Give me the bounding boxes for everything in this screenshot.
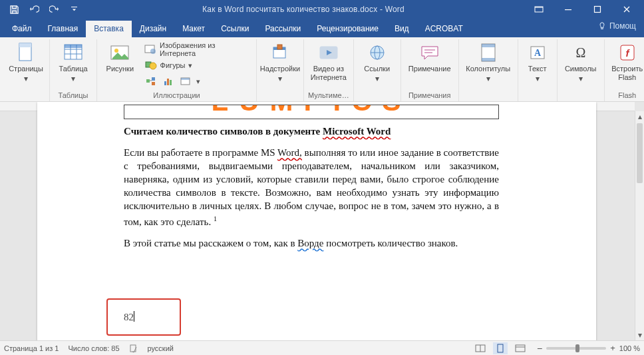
proofing-icon[interactable] [129,344,138,353]
tell-me-search[interactable]: Помощ [597,21,636,31]
svg-rect-5 [19,43,31,47]
pictures-button[interactable]: Рисунки [101,41,139,73]
chevron-down-icon: ▾ [188,61,192,70]
spellcheck-underline[interactable]: Word, [277,147,302,158]
svg-point-11 [150,49,156,54]
zoom-slider[interactable] [546,347,606,350]
text-button[interactable]: A Текст ▾ [522,41,553,83]
close-button[interactable] [612,0,641,19]
maximize-button[interactable] [583,0,612,19]
svg-rect-21 [181,78,190,80]
vertical-scrollbar[interactable]: ▴ ▾ [635,111,644,340]
tab-acrobat[interactable]: ACROBAT [417,21,471,37]
zoom-out-button[interactable]: − [537,343,542,354]
spellcheck-underline[interactable]: Microsoft Word [323,126,391,137]
embed-flash-button[interactable]: f Встроить Flash [609,41,644,82]
symbols-button[interactable]: Ω Символы ▾ [562,41,600,83]
view-buttons [473,342,528,354]
group-pages: Страницы ▾ [3,39,50,101]
read-mode-button[interactable] [473,342,488,354]
tab-layout[interactable]: Макет [174,21,213,37]
tab-file[interactable]: Файл [4,21,40,37]
online-pictures-button[interactable]: Изображения из Интернета [143,42,252,57]
zoom-slider-thumb[interactable] [575,344,579,352]
tab-references[interactable]: Ссылки [213,21,257,37]
minimize-button[interactable] [554,0,583,19]
word-count[interactable]: Число слов: 85 [68,344,119,352]
chevron-down-icon: ▾ [375,74,379,83]
tab-mailings[interactable]: Рассылки [257,21,309,37]
group-label-comments: Примечания [408,91,451,100]
qat-customize-button[interactable] [65,1,82,17]
svg-rect-38 [498,344,503,352]
group-symbols: Ω Символы ▾ [558,39,605,101]
pages-button[interactable]: Страницы ▾ [7,41,45,83]
paragraph-2[interactable]: В этой статье мы расскажем о том, как в … [124,236,499,250]
shapes-button[interactable]: Фигуры ▾ [143,58,252,73]
table-icon [63,42,84,63]
group-text: A Текст ▾ [518,39,558,101]
svg-rect-17 [164,81,166,85]
zoom-level[interactable]: 100 % [619,344,640,352]
links-button[interactable]: Ссылки ▾ [358,41,397,83]
group-label-tables: Таблицы [59,91,88,100]
chevron-down-icon: ▾ [71,74,75,83]
addins-button[interactable]: Надстройки ▾ [261,41,299,83]
textbox-icon: A [527,42,548,63]
document-body[interactable]: Считаем количество символов в документе … [124,125,499,258]
undo-button[interactable] [25,1,43,17]
svg-text:A: A [534,48,542,58]
tab-view[interactable]: Вид [387,21,417,37]
lightbulb-icon [597,21,607,31]
group-links: Ссылки ▾ [354,39,401,101]
footnote-ref[interactable]: 1 [214,215,217,222]
tell-me-placeholder: Помощ [609,21,636,31]
header-footer-button[interactable]: Колонтитулы ▾ [463,41,514,83]
svg-rect-39 [516,345,525,352]
svg-rect-14 [146,79,150,83]
tab-design[interactable]: Дизайн [132,21,174,37]
grammar-underline[interactable]: Ворде [297,238,323,248]
zoom-controls: − + 100 % [537,343,640,354]
redo-button[interactable] [45,1,63,17]
svg-rect-30 [482,58,495,61]
window-controls [524,0,641,19]
svg-rect-29 [482,44,495,47]
zoom-in-button[interactable]: + [610,343,615,353]
page-number-field[interactable]: 82 [124,311,134,323]
quick-access-toolbar [3,1,82,17]
svg-rect-15 [152,77,155,81]
tab-home[interactable]: Главная [40,21,86,37]
chevron-down-icon: ▾ [536,74,540,83]
web-layout-button[interactable] [513,342,528,354]
tab-insert[interactable]: Вставка [86,21,132,37]
table-button[interactable]: Таблица ▾ [54,41,92,83]
page-indicator[interactable]: Страница 1 из 1 [4,344,59,352]
link-icon [367,42,388,63]
svg-rect-24 [277,45,282,49]
scroll-down-button[interactable]: ▾ [635,330,644,340]
paragraph-1[interactable]: Если вы работаете в программе MS Word, в… [124,146,499,228]
chart-icon [162,75,175,88]
comment-icon [419,42,440,63]
group-label-flash: Flash [618,91,636,100]
scroll-up-button[interactable]: ▴ [635,111,644,122]
save-button[interactable] [5,1,23,17]
comment-button[interactable]: Примечание [405,41,454,73]
flash-icon: f [617,42,638,63]
illustrations-more[interactable]: ▾ [143,74,252,89]
heading[interactable]: Считаем количество символов в документе … [124,125,499,138]
titlebar: Как в Word посчитать количество знаков.d… [0,0,644,19]
tab-review[interactable]: Рецензирование [309,21,387,37]
svg-rect-3 [595,7,601,13]
online-video-button[interactable]: Видео из Интернета [309,41,348,82]
group-headerfooter: Колонтитулы ▾ [459,39,518,101]
print-layout-button[interactable] [493,342,508,354]
status-bar: Страница 1 из 1 Число слов: 85 русский −… [0,340,644,355]
language-indicator[interactable]: русский [148,344,174,352]
scroll-thumb[interactable] [637,123,643,183]
ribbon-display-options-button[interactable] [524,0,554,19]
document-viewport: LUMPICS Считаем количество символов в до… [0,102,644,340]
ribbon-tabs: Файл Главная Вставка Дизайн Макет Ссылки… [0,19,644,37]
page[interactable]: LUMPICS Считаем количество символов в до… [37,102,596,340]
